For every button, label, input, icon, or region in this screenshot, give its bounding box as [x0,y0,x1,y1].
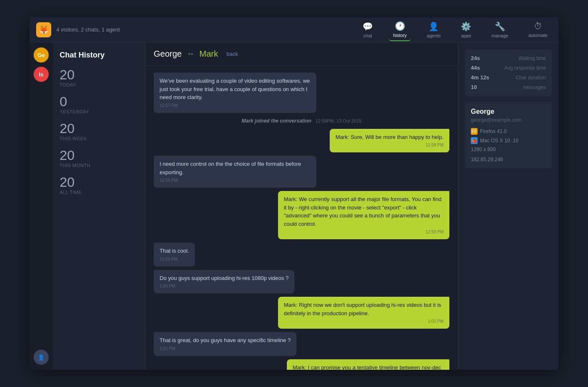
user-resolution-detail: 1280 x 800 [471,146,546,152]
user-os-detail: 🍎 Mac OS X 10 .10 [471,137,546,144]
nav-agents-label: agents [427,33,441,38]
msg-time-1: 12:57 PM [160,102,310,109]
apps-icon: ⚙️ [461,21,471,31]
chat-icon: 💬 [362,21,373,31]
stat-yesterday[interactable]: 0 YESTERDAY [60,95,138,114]
stat-row-duration: 4m 12s Chat duration [471,74,546,81]
stat-alltime[interactable]: 20 ALL TIME [60,175,138,195]
user-card: George george@example.com FF Firefox 41.… [465,102,552,168]
stat-thismonth-label: THIS MONTH [60,163,138,168]
nav-agents[interactable]: 👤 agents [423,19,445,41]
waiting-time-label: Waiting time [518,55,546,61]
nav-automate[interactable]: ⏱ automate [524,19,552,40]
stat-row-messages: 10 messages [471,84,546,90]
stat-yesterday-label: YESTERDAY [60,109,138,114]
nav-chat-label: chat [363,33,372,38]
msg-text-7: Do you guys support uploading hi-res 108… [160,275,289,281]
stat-alltime-num: 20 [60,175,138,189]
far-sidebar: Ge ls 👤 [29,42,53,370]
nav-history[interactable]: 🕐 history [389,18,411,41]
nav-manage[interactable]: 🔧 manage [487,19,512,41]
avg-response-label: Avg response time [504,65,546,71]
left-panel: Chat History 20 TODAY 0 YESTERDAY 20 THI… [53,42,145,370]
user-browser-detail: FF Firefox 41.0 [471,128,546,135]
message-bubble: Mark: We currently support all the major… [278,191,449,239]
stat-thisweek[interactable]: 20 THIS WEEK [60,122,138,141]
stat-today-num: 20 [60,68,138,81]
msg-text-9: That is great, do you guys have any spec… [160,337,291,343]
stat-row-avg: 44s Avg response time [471,65,546,71]
message-bubble: That is great, do you guys have any spec… [154,332,297,356]
avatar-ge[interactable]: Ge [34,47,49,63]
nav-automate-label: automate [528,33,548,38]
msg-time-3: 12:58 PM [336,142,444,148]
chat-arrow: ↔ [187,50,194,58]
msg-time-8: 1:00 PM [284,318,444,324]
chat-header: George ↔ Mark back [145,42,458,66]
chat-area: George ↔ Mark back We've been evaluating… [145,42,458,370]
msg-text-10: Mark: I can promise you a tentative time… [293,364,441,370]
nav-apps-label: apps [461,33,471,38]
msg-time-9: 1:01 PM [160,345,291,352]
stats-card: 24s Waiting time 44s Avg response time 4… [465,49,552,96]
msg-text-1: We've been evaluating a couple of video … [160,78,310,100]
user-name: George [471,108,546,115]
top-nav-left: 🦊 4 visitors, 2 chats, 1 agent [36,22,358,37]
top-nav: 🦊 4 visitors, 2 chats, 1 agent 💬 chat 🕐 … [29,17,559,42]
agents-icon: 👤 [428,21,439,31]
message-bubble: Do you guys support uploading hi-res 108… [154,270,294,294]
msg-time-7: 1:00 PM [160,283,289,289]
avatar-ls[interactable]: ls [34,67,49,82]
stat-thismonth[interactable]: 20 THIS MONTH [60,149,138,168]
stat-thismonth-num: 20 [60,149,138,162]
status-text: 4 visitors, 2 chats, 1 agent [56,26,120,33]
message-bubble: I need more control on the the choice of… [154,156,316,188]
nav-history-label: history [393,33,407,38]
stat-row-waiting: 24s Waiting time [471,55,546,61]
nav-apps[interactable]: ⚙️ apps [457,19,475,41]
user-browser: Firefox 41.0 [480,128,507,134]
nav-manage-label: manage [491,33,508,38]
duration-val: 4m 12s [471,74,489,81]
system-msg-1-text: Mark joined the conversation [242,118,311,124]
system-msg-1: Mark joined the conversation 12:58PM, 13… [154,116,449,126]
msg-time-5: 12:59 PM [284,229,444,235]
message-bubble: Mark: I can promise you a tentative time… [287,359,449,370]
bottom-avatar[interactable]: 👤 [34,350,49,365]
message-bubble: Mark: Sure, Will be more than happy to h… [330,129,449,153]
stat-thisweek-label: THIS WEEK [60,136,138,141]
stat-thisweek-num: 20 [60,122,138,135]
stat-alltime-label: ALL TIME [60,190,138,195]
chat-from: George [154,49,182,59]
user-os: Mac OS X 10 .10 [480,138,518,144]
msg-time-4: 12:58 PM [160,177,310,183]
app-container: 🦊 4 visitors, 2 chats, 1 agent 💬 chat 🕐 … [29,17,559,370]
waiting-time-val: 24s [471,55,480,61]
duration-label: Chat duration [516,75,546,81]
message-bubble: That is cool. 12:59 PM [154,243,195,267]
msg-text-3: Mark: Sure, Will be more than happy to h… [336,134,444,140]
msg-text-6: That is cool. [160,248,189,254]
msg-text-8: Mark: Right now we don't support uploadi… [284,302,441,316]
messages-val: 10 [471,84,477,90]
chat-to: Mark [200,49,218,59]
manage-icon: 🔧 [495,21,505,31]
messages-container[interactable]: We've been evaluating a couple of video … [145,66,458,370]
msg-time-6: 12:59 PM [160,256,189,262]
stat-yesterday-num: 0 [60,95,138,108]
firefox-badge: FF [471,128,478,135]
panel-title: Chat History [60,51,138,60]
user-email: george@example.com [471,117,546,123]
msg-text-4: I need more control on the the choice of… [160,161,301,175]
nav-chat[interactable]: 💬 chat [358,19,377,41]
message-bubble: We've been evaluating a couple of video … [154,73,316,113]
stat-today[interactable]: 20 TODAY [60,68,138,87]
main-layout: Ge ls 👤 Chat History 20 TODAY 0 YESTERDA… [29,42,559,370]
right-panel: 24s Waiting time 44s Avg response time 4… [458,42,559,370]
system-msg-1-time: 12:58PM, 13 Oct 2015 [315,118,362,123]
automate-icon: ⏱ [534,21,542,31]
back-link[interactable]: back [226,51,238,57]
stat-today-label: TODAY [60,82,138,87]
user-ip: 182.65.29.246 [471,157,546,162]
mac-badge: 🍎 [471,137,478,144]
